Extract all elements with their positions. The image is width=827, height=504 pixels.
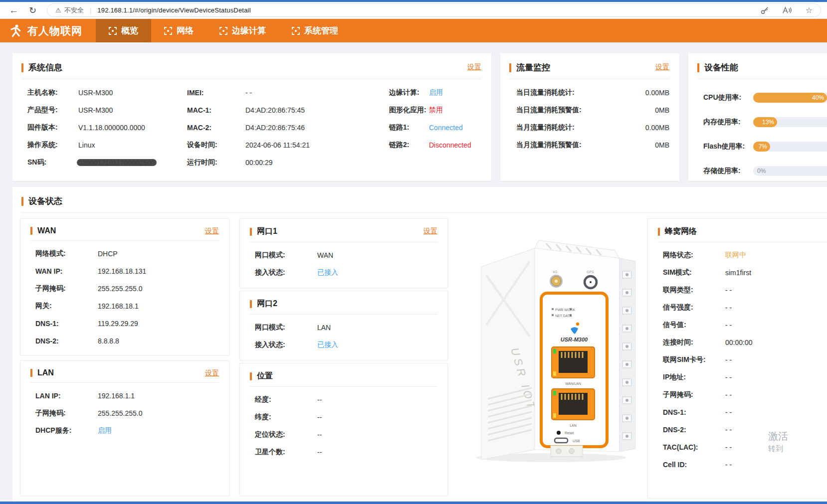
field-label: MAC-2: (187, 124, 245, 132)
field-label: DNS-2: (35, 337, 98, 345)
field-label: MAC-1: (187, 106, 245, 114)
field-label: IP地址: (663, 373, 725, 382)
device-status-section: 设备状态 WAN 设置 网络模式:DHCP WAN IP:192.168.18.… (12, 187, 827, 502)
field-row: 产品型号:USR-M300 (27, 101, 187, 119)
field-value: 联网中 (725, 251, 746, 260)
title-accent-bar (658, 228, 660, 236)
field-row: 当日流量消耗预警值:0MB (500, 101, 679, 119)
antenna-4g-label: 4G (553, 270, 557, 274)
tab-overview[interactable]: 概览 (96, 19, 151, 42)
card-title: 位置 (257, 371, 273, 381)
field-value: WAN (317, 251, 333, 259)
field-row: LAN IP:192.168.1.1 (35, 387, 229, 404)
panel-title: 系统信息 (28, 62, 62, 73)
title-accent-bar (21, 197, 23, 206)
flash-progress-bar: 7% (753, 142, 827, 152)
title-accent-bar (509, 63, 511, 72)
field-value: 0MB (655, 106, 669, 114)
eth1-settings-link[interactable]: 设置 (423, 227, 437, 236)
field-label: 操作系统: (27, 141, 78, 150)
field-row: SIM模式:sim1first (663, 264, 827, 281)
field-row: IP地址:- - (663, 368, 827, 386)
back-icon[interactable]: ← (9, 3, 18, 18)
field-value: USR-M300 (78, 106, 113, 114)
field-label: 信号强度: (663, 303, 725, 312)
field-row: WAN IP:192.168.18.131 (35, 262, 229, 280)
device-model-label: USR-M300 (561, 336, 588, 342)
field-row: DHCP服务:启用 (35, 422, 229, 439)
port1-label: WAN/LAN (565, 382, 581, 385)
read-aloud-icon[interactable] (783, 6, 792, 14)
system-info-settings-link[interactable]: 设置 (467, 63, 481, 72)
title-accent-bar (250, 372, 252, 380)
field-value: 0.00MB (645, 89, 669, 97)
progress-value: 7% (759, 143, 767, 150)
scan-icon (164, 27, 172, 35)
field-row: 网关:192.168.18.1 (35, 297, 229, 315)
field-row: MAC-2:D4:AD:20:86:75:46 (187, 119, 389, 136)
tab-label: 系统管理 (304, 25, 338, 36)
favorite-star-icon[interactable]: ☆ (806, 5, 813, 15)
field-label: 定位状态: (255, 430, 317, 439)
scan-icon (109, 27, 117, 35)
progress-value: 13% (762, 119, 774, 126)
field-label: 当日流量消耗预警值: (516, 106, 582, 115)
url-bar[interactable]: ⚠ 不安全 | 192.168.1.1/#/origin/device/View… (47, 3, 821, 17)
field-row: DNS-2:- - (663, 421, 827, 438)
field-value: sim1first (725, 269, 751, 277)
field-label: TAC(LAC): (663, 443, 725, 451)
field-value: 0.00MB (645, 124, 669, 132)
field-row: 信号值:- - (663, 316, 827, 334)
card-title: 蜂窝网络 (665, 226, 697, 237)
field-row: MAC-1:D4:AD:20:86:75:45 (187, 101, 389, 119)
field-row: 子网掩码:255.255.255.0 (35, 404, 229, 422)
field-value: - - (725, 391, 732, 399)
key-icon[interactable] (761, 6, 769, 14)
field-label: 纬度: (255, 413, 317, 422)
traffic-settings-link[interactable]: 设置 (655, 63, 669, 72)
field-row: 操作系统:Linux (27, 136, 187, 154)
progress-row: Flash使用率: 7% (703, 134, 827, 159)
field-label: 子网掩码: (35, 284, 98, 293)
field-value: 192.168.18.131 (98, 267, 146, 275)
field-value: Connected (429, 124, 463, 132)
field-row: DNS-1:119.29.29.29 (35, 315, 229, 332)
field-label: Flash使用率: (703, 142, 753, 151)
field-label: 网口模式: (255, 251, 317, 260)
field-label: DNS-2: (663, 426, 725, 434)
tab-label: 网络 (177, 25, 194, 36)
field-row: 网口模式:WAN (255, 246, 447, 264)
tab-network[interactable]: 网络 (151, 19, 207, 42)
card-title: LAN (37, 368, 54, 377)
cpu-progress-bar: 40% (753, 93, 827, 103)
field-row: 纬度:-- (255, 408, 447, 426)
tab-label: 边缘计算 (232, 25, 266, 36)
title-accent-bar (30, 369, 32, 377)
field-label: 网络模式: (35, 249, 98, 258)
field-value: 2024-06-06 11:54:21 (245, 141, 310, 149)
lan-settings-link[interactable]: 设置 (205, 369, 219, 378)
device-performance-panel: 设备性能 CPU使用率: 40% 内存使用率: 13% Flash使用率: 7%… (688, 53, 827, 181)
field-label: 经度: (255, 395, 317, 404)
cellular-card: 蜂窝网络 网络状态:联网中 SIM模式:sim1first 联网类型:- - 信… (647, 218, 827, 499)
traffic-monitor-panel: 流量监控 设置 当日流量消耗统计:0.00MB 当日流量消耗预警值:0MB 当月… (500, 53, 679, 181)
field-value: 已接入 (317, 268, 338, 277)
field-label: 网络状态: (663, 251, 725, 260)
field-row: 主机名称:USR-M300 (27, 84, 187, 101)
card-title: 网口2 (257, 299, 277, 309)
panel-title: 设备性能 (704, 62, 738, 73)
field-value: Disconnected (429, 141, 471, 149)
url-divider: | (90, 6, 92, 14)
field-label: LAN IP: (35, 392, 98, 400)
tab-system-management[interactable]: 系统管理 (279, 19, 351, 42)
tab-edge-computing[interactable]: 边缘计算 (207, 19, 279, 42)
sn-value-redacted: 02000121011700002500 (78, 159, 155, 167)
antenna-gps-label: GPS (587, 270, 594, 274)
field-row: 接入状态:已接入 (255, 264, 447, 281)
brand-logo[interactable]: 有人物联网 (0, 19, 96, 42)
field-label: 链路1: (389, 123, 429, 132)
field-value: -- (317, 448, 322, 456)
reload-icon[interactable]: ↻ (29, 3, 36, 18)
field-value: -- (317, 396, 322, 404)
wan-settings-link[interactable]: 设置 (205, 227, 219, 236)
